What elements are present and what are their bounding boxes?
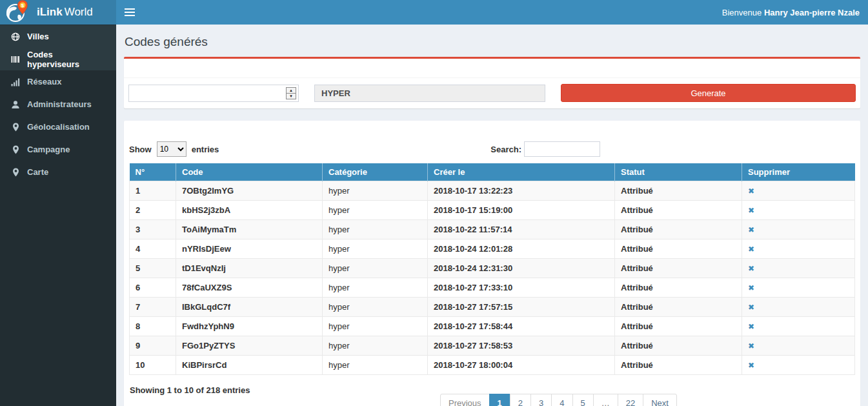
pagination-page-2[interactable]: 2 xyxy=(510,394,531,406)
table-row: 4nYRIsDjEewhyper2018-10-24 12:01:28Attri… xyxy=(130,239,855,259)
delete-icon[interactable]: ✖ xyxy=(748,187,754,196)
show-label: Show xyxy=(129,145,152,154)
pagination-previous[interactable]: Previous xyxy=(440,394,490,406)
quantity-stepper: ▲ ▼ xyxy=(286,87,296,99)
signal-bars-icon xyxy=(9,77,22,86)
table-footer: Showing 1 to 10 of 218 entries Previous1… xyxy=(129,385,855,406)
box-header xyxy=(124,59,860,78)
table-row: 10KiBPirsrCdhyper2018-10-27 18:00:04Attr… xyxy=(130,356,855,375)
cell-num: 8 xyxy=(130,317,176,336)
delete-icon[interactable]: ✖ xyxy=(748,225,754,234)
sidebar-toggle-icon[interactable] xyxy=(125,5,135,20)
cell-supprimer: ✖ xyxy=(742,220,855,239)
cell-supprimer: ✖ xyxy=(742,201,855,220)
cell-supprimer: ✖ xyxy=(742,181,855,201)
cell-code: FwdhzYphN9 xyxy=(176,317,323,336)
cell-num: 5 xyxy=(130,259,176,278)
pagination-page-3[interactable]: 3 xyxy=(530,394,552,406)
stepper-down-icon[interactable]: ▼ xyxy=(287,94,296,99)
cell-category: hyper xyxy=(323,181,428,201)
delete-icon[interactable]: ✖ xyxy=(748,361,754,370)
pagination-page-22[interactable]: 22 xyxy=(618,394,643,406)
cell-status: Attribué xyxy=(615,220,742,239)
sidebar-item-administrateurs[interactable]: Administrateurs xyxy=(0,93,116,116)
sidebar-item-campagne[interactable]: Campagne xyxy=(0,138,116,161)
cell-code: 78fCaUXZ9S xyxy=(176,278,323,298)
map-marker-icon xyxy=(9,145,22,154)
code-generation-box: ▲ ▼ HYPER Generate xyxy=(124,57,860,108)
cell-num: 7 xyxy=(130,298,176,317)
table-row: 17OBtg2ImYGhyper2018-10-17 13:22:23Attri… xyxy=(130,181,855,201)
column-header-2[interactable]: Catégorie xyxy=(323,163,428,181)
cell-created: 2018-10-17 15:19:00 xyxy=(428,201,615,220)
sidebar-item-carte[interactable]: Carte xyxy=(0,161,116,183)
globe-icon xyxy=(9,32,22,41)
sidebar-item-villes[interactable]: Villes xyxy=(0,25,116,48)
cell-supprimer: ✖ xyxy=(742,298,855,317)
user-menu[interactable]: Bienvenue Hanry Jean-pierre Nzale xyxy=(722,8,860,17)
delete-icon[interactable]: ✖ xyxy=(748,206,754,215)
sidebar-item-geolocalisation[interactable]: Géolocalisation xyxy=(0,116,116,138)
cell-created: 2018-10-27 17:58:53 xyxy=(428,336,615,356)
pagination-page-1[interactable]: 1 xyxy=(489,394,510,406)
sidebar-item-label: Codes hyperviseurs xyxy=(27,50,107,69)
cell-created: 2018-10-27 17:58:44 xyxy=(428,317,615,336)
sidebar-item-codes-hyperviseurs[interactable]: Codes hyperviseurs xyxy=(0,48,116,70)
cell-status: Attribué xyxy=(615,298,742,317)
pagination-page-4[interactable]: 4 xyxy=(551,394,572,406)
quantity-input[interactable] xyxy=(128,85,299,102)
map-marker-icon xyxy=(9,168,22,177)
cell-status: Attribué xyxy=(615,201,742,220)
pagination-page-5[interactable]: 5 xyxy=(572,394,594,406)
cell-code: 7OBtg2ImYG xyxy=(176,181,323,201)
sidebar-item-label: Villes xyxy=(27,32,49,41)
search-label: Search: xyxy=(490,145,521,154)
top-navbar: Bienvenue Hanry Jean-pierre Nzale xyxy=(116,0,868,25)
cell-created: 2018-10-27 18:00:04 xyxy=(428,356,615,375)
cell-category: hyper xyxy=(323,356,428,375)
stepper-up-icon[interactable]: ▲ xyxy=(287,88,296,94)
sidebar-item-label: Réseaux xyxy=(27,77,61,86)
cell-category: hyper xyxy=(323,220,428,239)
column-header-0[interactable]: N° xyxy=(130,163,176,181)
column-header-1[interactable]: Code xyxy=(176,163,323,181)
delete-icon[interactable]: ✖ xyxy=(748,322,754,331)
cell-supprimer: ✖ xyxy=(742,356,855,375)
table-row: 7IBkGLqdC7fhyper2018-10-27 17:57:15Attri… xyxy=(130,298,855,317)
cell-code: kbHS2j3zbA xyxy=(176,201,323,220)
delete-icon[interactable]: ✖ xyxy=(748,245,754,254)
cell-status: Attribué xyxy=(615,259,742,278)
delete-icon[interactable]: ✖ xyxy=(748,264,754,273)
table-row: 3ToAiMymaTmhyper2018-10-22 11:57:14Attri… xyxy=(130,220,855,239)
delete-icon[interactable]: ✖ xyxy=(748,341,754,350)
cell-num: 3 xyxy=(130,220,176,239)
sidebar-item-reseaux[interactable]: Réseaux xyxy=(0,70,116,93)
table-header-row: N°CodeCatégorieCréer leStatutSupprimer xyxy=(130,163,855,181)
generate-button[interactable]: Generate xyxy=(561,84,856,102)
delete-icon[interactable]: ✖ xyxy=(748,303,754,312)
brand-logo[interactable]: $ iLinkWorld xyxy=(0,0,116,25)
welcome-label: Bienvenue xyxy=(722,8,762,17)
user-icon xyxy=(9,100,22,109)
svg-text:$: $ xyxy=(21,3,25,8)
cell-status: Attribué xyxy=(615,181,742,201)
pagination-next[interactable]: Next xyxy=(643,394,677,406)
cell-num: 6 xyxy=(130,278,176,298)
search-input[interactable] xyxy=(524,141,600,157)
cell-code: FGo1PyZTYS xyxy=(176,336,323,356)
cell-status: Attribué xyxy=(615,356,742,375)
delete-icon[interactable]: ✖ xyxy=(748,283,754,292)
map-marker-icon xyxy=(9,123,22,132)
cell-code: nYRIsDjEew xyxy=(176,239,323,259)
column-header-4[interactable]: Statut xyxy=(615,163,742,181)
page-title: Codes générés xyxy=(124,33,860,57)
page-length-select[interactable]: 10 xyxy=(157,141,187,157)
entries-label: entries xyxy=(192,145,219,154)
column-header-3[interactable]: Créer le xyxy=(428,163,615,181)
table-row: 5tD1EvqNzIjhyper2018-10-24 12:31:30Attri… xyxy=(130,259,855,278)
column-header-5[interactable]: Supprimer xyxy=(742,163,855,181)
cell-category: hyper xyxy=(323,239,428,259)
cell-code: IBkGLqdC7f xyxy=(176,298,323,317)
sidebar-item-label: Campagne xyxy=(27,145,70,154)
cell-created: 2018-10-24 12:01:28 xyxy=(428,239,615,259)
